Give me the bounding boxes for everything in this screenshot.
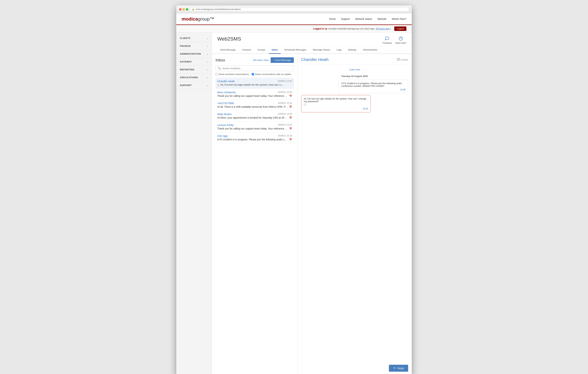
tab-administration[interactable]: Administration bbox=[360, 46, 380, 54]
tab-message-history[interactable]: Message History bbox=[310, 46, 333, 54]
filter-archived-checkbox[interactable]: Show archived conversations bbox=[216, 73, 249, 76]
login-paren-close: ) bbox=[390, 27, 391, 30]
filter-no-replies-checkbox[interactable]: Show conversations with no replies bbox=[252, 73, 291, 76]
sidebar-label-clients: CLIENTS bbox=[180, 37, 190, 39]
sidebar-label-gateway: GATEWAY bbox=[180, 60, 192, 63]
conversation-item-cleo-iggy[interactable]: Cleo Iggy 24/08/21 10:19 A P1 incident i… bbox=[216, 132, 294, 143]
send-message-button[interactable]: + Send Message bbox=[271, 57, 294, 63]
message-contact-name[interactable]: Chandler Heath bbox=[301, 57, 329, 62]
chevron-down-icon: ⌄ bbox=[206, 61, 208, 63]
conversation-header: +64273570880 24/08/21 10:33 bbox=[217, 102, 292, 105]
date-divider: Tuesday 24 August 2021 bbox=[301, 73, 408, 80]
feedback-icon bbox=[385, 36, 390, 41]
svg-rect-2 bbox=[397, 58, 400, 59]
address-bar[interactable]: 🔒 omni.modicagroup.com/web2text/conversa… bbox=[190, 7, 409, 11]
conversation-time: 24/08/21 10:33 bbox=[278, 102, 292, 104]
help-button[interactable]: Need help? bbox=[396, 36, 406, 44]
conversation-time: 24/08/21 10:26 bbox=[278, 113, 292, 115]
url-text: omni.modicagroup.com/web2text/conversati… bbox=[196, 8, 241, 11]
tab-contacts[interactable]: Contacts bbox=[239, 46, 254, 54]
page-header: Web2SMS Feedback bbox=[212, 33, 412, 46]
nav-whats-new[interactable]: What's New? bbox=[392, 18, 406, 20]
search-box: 🔍 bbox=[216, 65, 294, 71]
conversation-preview: Hi all. There is a shift available tomor… bbox=[217, 105, 292, 108]
preview-text: Thank you for calling our support team t… bbox=[217, 95, 288, 97]
conversation-name: Lauryne Ashby bbox=[217, 124, 234, 126]
inbox-panel: Inbox Old Inbox View + Send Message 🔍 bbox=[212, 54, 298, 374]
filter-archived-input[interactable] bbox=[216, 73, 218, 75]
conversation-name: Cleo Iggy bbox=[217, 134, 228, 137]
calendar-icon: 📅 bbox=[289, 106, 292, 108]
message-text: Hi, I've lost my login details for the s… bbox=[304, 97, 367, 103]
preview-text: Hi, I've lost my login details for the s… bbox=[221, 83, 283, 86]
conversation-name: +64273570880 bbox=[217, 102, 234, 105]
conversation-header: Cleo Iggy 24/08/21 10:19 bbox=[217, 134, 292, 137]
sidebar-item-applications[interactable]: APPLICATIONS ⌄ bbox=[176, 74, 212, 81]
sidebar-item-reporting[interactable]: REPORTING ⌄ bbox=[176, 66, 212, 74]
chevron-down-icon: ⌄ bbox=[206, 76, 208, 79]
filter-no-replies-input[interactable] bbox=[252, 73, 254, 75]
content-area: Inbox Old Inbox View + Send Message 🔍 bbox=[212, 54, 412, 374]
sidebar-item-support[interactable]: SUPPORT ⌄ bbox=[176, 81, 212, 89]
top-navigation: modicagroup™ Home Support Network Status… bbox=[176, 13, 412, 25]
nav-network-status[interactable]: Network Status bbox=[355, 18, 372, 20]
conversation-time: 24/08/21 10:19 bbox=[278, 134, 292, 137]
calendar-icon: 📅 bbox=[289, 95, 292, 97]
archive-button[interactable]: Archive bbox=[397, 58, 408, 61]
tab-settings[interactable]: Settings bbox=[345, 46, 359, 54]
filters-row: Show archived conversations Show convers… bbox=[216, 73, 294, 76]
page-title: Web2SMS bbox=[217, 36, 241, 42]
conversation-item-matty-boyles[interactable]: Matty Boyles 24/08/21 10:26 Hi there, yo… bbox=[216, 110, 294, 121]
logo-bold: modica bbox=[182, 16, 198, 22]
search-icon: 🔍 bbox=[218, 67, 221, 70]
tab-inbox[interactable]: Inbox bbox=[269, 46, 281, 54]
nav-support[interactable]: Support bbox=[341, 18, 350, 20]
conversation-item-lauryne-ashby[interactable]: Lauryne Ashby 24/08/21 10:24 Thank you f… bbox=[216, 121, 294, 132]
close-button[interactable] bbox=[179, 8, 181, 11]
sidebar-item-gateway[interactable]: GATEWAY ⌄ bbox=[176, 58, 212, 66]
tab-send-message[interactable]: Send Message bbox=[217, 46, 239, 54]
reply-label: Reply bbox=[398, 367, 404, 370]
conversation-time: 24/08/21 10:40 bbox=[278, 80, 292, 82]
nav-home[interactable]: Home bbox=[329, 18, 336, 20]
logo[interactable]: modicagroup™ bbox=[182, 16, 214, 22]
message-time: 10:40 bbox=[304, 108, 368, 110]
sidebar-item-administration[interactable]: ADMINISTRATION ⌄ bbox=[176, 50, 212, 58]
maximize-button[interactable] bbox=[186, 8, 188, 11]
preview-text: Hi all. There is a shift available tomor… bbox=[217, 105, 288, 108]
reply-button[interactable]: Reply bbox=[389, 365, 408, 372]
tab-scheduled-messages[interactable]: Scheduled Messages bbox=[281, 46, 309, 54]
sidebar-label-support: SUPPORT bbox=[180, 84, 192, 87]
sidebar-item-clients[interactable]: CLIENTS ⌄ bbox=[176, 34, 212, 42]
message-panel: Chandler Heath Archive bbox=[298, 54, 412, 374]
last-login-time[interactable]: 20 hours ago bbox=[376, 27, 389, 30]
reply-icon bbox=[393, 366, 396, 370]
logo-light: group bbox=[198, 16, 210, 22]
message-bubble-outgoing: A P1 incident is in progress. Please joi… bbox=[339, 80, 408, 93]
tab-logs[interactable]: Logs bbox=[334, 46, 344, 54]
chevron-down-icon: ⌄ bbox=[206, 68, 208, 71]
conversation-item-manu-delaborde[interactable]: Manu Delaborde 24/08/21 10:36 Thank you … bbox=[216, 89, 294, 100]
message-bubble-incoming: Hi, I've lost my login details for the s… bbox=[301, 95, 371, 112]
load-more-link[interactable]: Load more bbox=[301, 66, 408, 73]
conversation-item-chandler-heath[interactable]: Chandler Heath 24/08/21 10:40 ⚠ Hi, I've… bbox=[216, 78, 294, 89]
nav-website[interactable]: Website bbox=[378, 18, 386, 20]
conversation-item-phone[interactable]: +64273570880 24/08/21 10:33 Hi all. Ther… bbox=[216, 100, 294, 110]
old-inbox-link[interactable]: Old Inbox View bbox=[253, 59, 269, 61]
sidebar-item-finance[interactable]: FINANCE ⌄ bbox=[176, 42, 212, 50]
tab-groups[interactable]: Groups bbox=[255, 46, 268, 54]
sidebar-label-administration: ADMINISTRATION bbox=[180, 53, 201, 55]
conversation-time: 24/08/21 10:36 bbox=[278, 91, 292, 93]
user-email: chandler.heath@modicagroup.com (last log… bbox=[328, 27, 376, 30]
browser-titlebar: 🔒 omni.modicagroup.com/web2text/conversa… bbox=[176, 5, 412, 13]
login-bar: Logged in as chandler.heath@modicagroup.… bbox=[176, 25, 412, 33]
minimize-button[interactable] bbox=[182, 8, 185, 11]
feedback-button[interactable]: Feedback bbox=[382, 36, 392, 44]
message-time: 10:39 bbox=[341, 88, 406, 91]
reply-section: Reply bbox=[301, 363, 408, 372]
chevron-down-icon: ⌄ bbox=[206, 53, 208, 55]
calendar-icon: 📅 bbox=[289, 138, 292, 141]
preview-text: Hi there, your appointment is booked for… bbox=[217, 116, 288, 119]
logout-button[interactable]: Logout bbox=[394, 26, 406, 31]
search-input[interactable] bbox=[222, 67, 292, 70]
